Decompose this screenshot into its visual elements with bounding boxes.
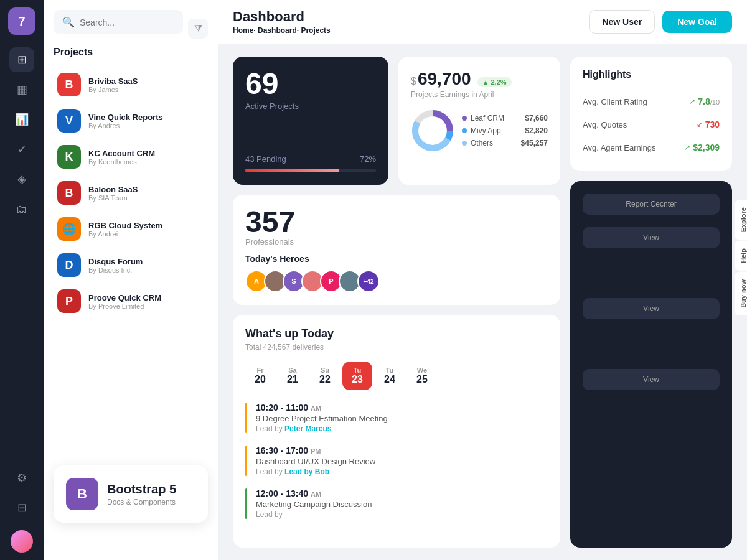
nav-icon-grid2[interactable]: ⊟: [9, 495, 34, 520]
highlight-row: Avg. Agent Earnings ↗ $2,309: [583, 136, 720, 159]
earnings-amount: 69,700: [418, 69, 471, 89]
bootstrap-card: B Bootstrap 5 Docs & Components: [54, 465, 208, 523]
new-goal-button[interactable]: New Goal: [662, 11, 732, 33]
highlight-value: $2,309: [693, 142, 720, 152]
help-tab[interactable]: Help: [735, 241, 747, 271]
page-title: Dashboard: [233, 9, 331, 25]
project-name: Baloon SaaS: [88, 185, 138, 194]
earnings-val-others: $45,257: [521, 139, 548, 147]
explore-tab[interactable]: Explore: [735, 200, 747, 240]
project-item[interactable]: P Proove Quick CRM By Proove Limited: [54, 284, 208, 318]
calendar-days-row: Fr 20 Sa 21 Su 22 Tu 23 Tu 24 We 25: [245, 362, 548, 390]
event-bar: [245, 403, 247, 433]
nav-icon-settings[interactable]: ⚙: [9, 465, 34, 490]
event-view-button-1[interactable]: View: [583, 227, 720, 248]
calendar-day[interactable]: Tu 23: [342, 362, 372, 390]
donut-legend: Leaf CRM Mivy App Others: [462, 114, 504, 147]
highlight-key: Avg. Agent Earnings: [583, 143, 656, 152]
event-time: 12:00 - 13:40 AM: [256, 488, 372, 498]
cal-day-num: 25: [416, 374, 428, 385]
content-area: 69 Active Projects 43 Pending 72% $: [218, 44, 747, 560]
nav-icon-briefcase[interactable]: 🗂: [9, 197, 34, 222]
trend-icon: ↙: [697, 120, 703, 129]
nav-icon-layers[interactable]: ◈: [9, 167, 34, 192]
search-input[interactable]: [80, 17, 174, 27]
event-time: 10:20 - 11:00 AM: [256, 403, 388, 413]
nav-icon-check[interactable]: ✓: [9, 137, 34, 162]
docs-link[interactable]: Docs & Components: [107, 498, 176, 506]
project-name: Briviba SaaS: [88, 77, 138, 86]
event-bar: [245, 446, 247, 476]
calendar-day[interactable]: Sa 21: [278, 362, 308, 390]
projects-list: B Briviba SaaS By James V Vine Quick Rep…: [54, 68, 208, 320]
calendar-day[interactable]: Su 22: [310, 362, 340, 390]
event-time: 16:30 - 17:00 PM: [256, 446, 375, 455]
cal-day-num: 21: [287, 374, 298, 385]
earnings-card: $ 69,700 ▲ 2.2% Projects Earnings in Apr…: [398, 57, 560, 185]
new-user-button[interactable]: New User: [589, 10, 655, 34]
search-box[interactable]: 🔍: [54, 10, 183, 34]
project-by: By Andrei: [88, 230, 162, 238]
nav-icon-grid[interactable]: ▦: [9, 77, 34, 102]
project-item[interactable]: K KC Account CRM By Keenthemes: [54, 140, 208, 174]
cal-day-name: Su: [321, 366, 329, 374]
nav-avatar-number[interactable]: 7: [8, 7, 35, 35]
nav-rail: 7 ⊞ ▦ 📊 ✓ ◈ 🗂 ⚙ ⊟: [0, 0, 44, 560]
events-list: 10:20 - 11:00 AM 9 Degree Project Estima…: [245, 403, 548, 519]
filter-icon[interactable]: ⧩: [188, 19, 208, 39]
earnings-val-leaf: $7,660: [525, 114, 548, 123]
highlights-title: Highlights: [583, 69, 720, 80]
active-projects-label: Active Projects: [245, 101, 376, 111]
event-content: 12:00 - 13:40 AM Marketing Campaign Disc…: [256, 488, 372, 519]
calendar-day[interactable]: Fr 20: [245, 362, 275, 390]
event-item: 16:30 - 17:00 PM Dashboard UI/UX Design …: [245, 446, 548, 476]
trend-icon: ↗: [684, 143, 690, 152]
bootstrap-title: Bootstrap 5: [107, 482, 176, 497]
project-by: By Keenthemes: [88, 158, 155, 166]
report-center-button[interactable]: Report Cecnter: [583, 194, 720, 215]
project-name: Vine Quick Reports: [88, 113, 163, 122]
project-item[interactable]: D Disqus Forum By Disqus Inc.: [54, 248, 208, 282]
buy-tab[interactable]: Buy now: [735, 272, 747, 315]
avatars-row: ASP+42: [245, 270, 548, 292]
highlight-key: Avg. Quotes: [583, 120, 627, 129]
event-view-button-2[interactable]: View: [583, 298, 720, 319]
event-content: 16:30 - 17:00 PM Dashboard UI/UX Design …: [256, 446, 375, 476]
earnings-label: Projects Earnings in April: [411, 90, 548, 99]
project-icon: B: [57, 181, 81, 205]
event-view-button-3[interactable]: View: [583, 369, 720, 390]
highlight-value: 730: [705, 119, 720, 129]
cal-day-name: Fr: [257, 366, 264, 374]
avatar-circle: +42: [357, 270, 380, 292]
highlight-row: Avg. Quotes ↙ 730: [583, 113, 720, 136]
project-icon: D: [57, 253, 81, 277]
project-item[interactable]: 🌐 RGB Cloud System By Andrei: [54, 212, 208, 246]
project-name: KC Account CRM: [88, 149, 155, 158]
project-by: By SIA Team: [88, 194, 138, 202]
nav-user-avatar[interactable]: [11, 530, 33, 553]
highlight-row: Avg. Client Rating ↗ 7.8/10: [583, 90, 720, 113]
cal-day-num: 22: [319, 374, 331, 385]
event-lead: Lead by Lead by Bob: [256, 467, 375, 476]
project-icon: K: [57, 145, 81, 169]
main-area: Dashboard Home· Dashboard· Projects New …: [218, 0, 747, 560]
highlights-list: Avg. Client Rating ↗ 7.8/10 Avg. Quotes …: [583, 90, 720, 159]
project-icon: 🌐: [57, 217, 81, 241]
project-item[interactable]: V Vine Quick Reports By Andres: [54, 104, 208, 138]
project-icon: B: [57, 73, 81, 96]
event-content: 10:20 - 11:00 AM 9 Degree Project Estima…: [256, 403, 388, 433]
whatsup-title: What's up Today: [245, 327, 334, 340]
nav-icon-dashboard[interactable]: ⊞: [9, 47, 34, 72]
project-by: By James: [88, 86, 138, 93]
calendar-day[interactable]: Tu 24: [375, 362, 405, 390]
calendar-day[interactable]: We 25: [407, 362, 437, 390]
project-item[interactable]: B Briviba SaaS By James: [54, 68, 208, 101]
event-lead: Lead by: [256, 510, 372, 519]
dark-panel: Report Cecnter Explore Help Buy now View…: [570, 181, 732, 548]
bootstrap-icon: B: [66, 478, 98, 510]
nav-icon-chart[interactable]: 📊: [9, 107, 34, 132]
professionals-card: 357 Professionals Today's Heroes ASP+42: [233, 195, 560, 305]
cal-day-name: Sa: [288, 366, 296, 374]
donut-chart: [411, 109, 454, 152]
project-item[interactable]: B Baloon SaaS By SIA Team: [54, 176, 208, 210]
